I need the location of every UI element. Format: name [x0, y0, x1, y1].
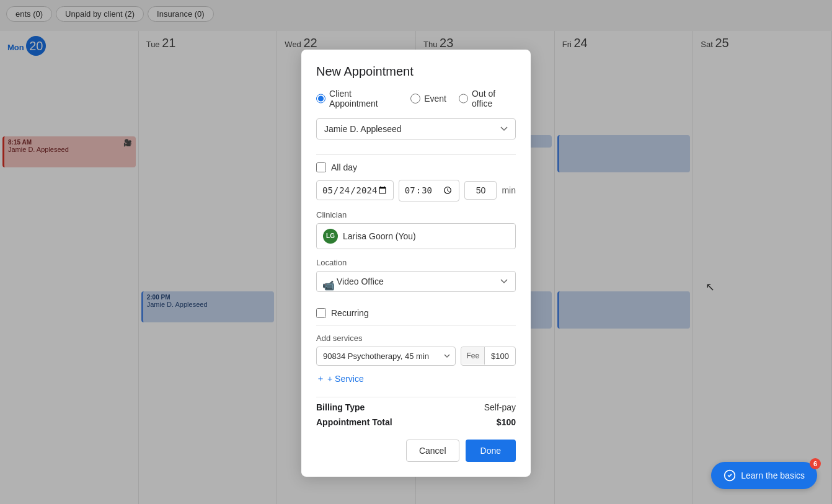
modal-title: New Appointment [316, 64, 516, 79]
fee-box: Fee $100 [461, 347, 516, 366]
learn-basics-label: Learn the basics [741, 471, 805, 480]
learn-basics-button[interactable]: Learn the basics 6 [711, 462, 817, 489]
appointment-total-label: Appointment Total [316, 417, 392, 427]
services-section: Add services 90834 Psychotherapy, 45 min… [316, 334, 516, 387]
duration-unit: min [502, 185, 516, 195]
location-section-label: Location [316, 258, 516, 267]
recurring-label: Recurring [331, 308, 369, 318]
all-day-checkbox-row[interactable]: All day [316, 162, 516, 172]
service-select[interactable]: 90834 Psychotherapy, 45 min [316, 347, 456, 366]
recurring-checkbox[interactable] [316, 308, 326, 318]
divider-2 [316, 325, 516, 326]
appointment-type-group: Client Appointment Event Out of office [316, 89, 516, 108]
radio-out-label: Out of office [472, 89, 516, 108]
fee-amount: $100 [485, 347, 515, 365]
client-select[interactable]: Jamie D. Appleseed [316, 118, 516, 139]
learn-basics-icon [724, 469, 736, 482]
add-service-label: + Service [327, 374, 364, 384]
duration-input[interactable] [464, 181, 497, 200]
radio-event-label: Event [424, 94, 446, 104]
time-input[interactable] [399, 180, 460, 201]
video-icon: 📹 [322, 279, 335, 291]
all-day-checkbox[interactable] [316, 162, 326, 172]
clinician-avatar: LG [323, 229, 338, 244]
radio-client-label: Client Appointment [329, 89, 398, 108]
cancel-button[interactable]: Cancel [406, 440, 459, 462]
billing-type-label: Billing Type [316, 402, 365, 412]
services-row: 90834 Psychotherapy, 45 min Fee $100 [316, 347, 516, 366]
learn-basics-badge: 6 [810, 458, 821, 469]
date-input[interactable] [316, 180, 394, 200]
clinician-section-label: Clinician [316, 210, 516, 219]
appointment-total-value: $100 [497, 417, 516, 427]
fee-label: Fee [461, 347, 485, 365]
radio-client-appointment[interactable]: Client Appointment [316, 89, 398, 108]
recurring-checkbox-row[interactable]: Recurring [316, 308, 516, 318]
clinician-name: Larisa Goorn (You) [343, 231, 416, 241]
location-select-wrapper: 📹 Video Office [316, 271, 516, 299]
billing-type-value: Self-pay [484, 402, 516, 412]
clinician-row: LG Larisa Goorn (You) [316, 223, 516, 249]
datetime-row: min [316, 180, 516, 201]
divider-1 [316, 154, 516, 155]
billing-type-row: Billing Type Self-pay [316, 402, 516, 412]
radio-event[interactable]: Event [410, 94, 446, 104]
radio-client-input[interactable] [316, 94, 325, 104]
billing-section: Billing Type Self-pay Appointment Total … [316, 397, 516, 427]
add-service-button[interactable]: ＋ + Service [316, 371, 364, 387]
all-day-label: All day [331, 162, 357, 172]
radio-event-input[interactable] [410, 94, 420, 104]
location-select[interactable]: Video Office [316, 271, 516, 292]
done-button[interactable]: Done [466, 440, 516, 462]
add-service-icon: ＋ [316, 373, 325, 384]
radio-out-of-office[interactable]: Out of office [459, 89, 516, 108]
modal-footer: Cancel Done [316, 440, 516, 462]
add-services-label: Add services [316, 334, 516, 343]
appointment-total-row: Appointment Total $100 [316, 417, 516, 427]
radio-out-input[interactable] [459, 94, 468, 104]
new-appointment-modal: New Appointment Client Appointment Event… [301, 50, 531, 477]
